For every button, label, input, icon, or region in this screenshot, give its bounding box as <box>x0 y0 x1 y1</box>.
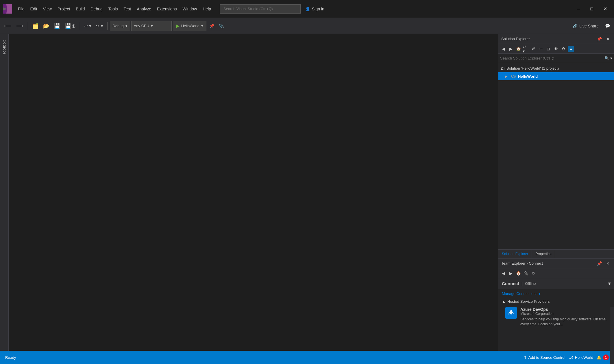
tab-solution-explorer[interactable]: Solution Explorer <box>498 250 532 258</box>
se-show-all-button[interactable]: 👁 <box>553 46 559 52</box>
toolbar: ⟵ ⟶ 🗂️ 📂 💾 💾⊕ ↩ ▾ ↪ ▾ Debug ▾ Any CPU ▾ … <box>0 18 614 34</box>
toolbox-label: Toolbox <box>2 40 6 55</box>
undo-button[interactable]: ↩ ▾ <box>82 21 93 31</box>
vs-logo-icon <box>2 4 13 14</box>
se-undo-button[interactable]: ↩ <box>538 46 544 52</box>
toolbar-separator-3 <box>107 22 108 30</box>
minimize-button[interactable]: ─ <box>572 0 585 18</box>
menu-test[interactable]: Test <box>121 5 134 12</box>
bell-icon: 🔔 <box>597 355 601 360</box>
menu-analyze[interactable]: Analyze <box>134 5 154 12</box>
branch-icon: ⎇ <box>569 355 573 360</box>
save-all-button[interactable]: 💾⊕ <box>63 21 77 31</box>
save-button[interactable]: 💾 <box>52 21 62 31</box>
editor-area[interactable] <box>9 34 498 351</box>
menu-window[interactable]: Window <box>180 5 200 12</box>
menu-view[interactable]: View <box>40 5 55 12</box>
te-close-button[interactable]: ✕ <box>605 260 611 267</box>
menu-project[interactable]: Project <box>55 5 73 12</box>
se-sync-button[interactable]: ⇄ ▾ <box>523 46 529 52</box>
solution-node[interactable]: 🗂 Solution 'HelloWorld' (1 project) <box>498 64 614 72</box>
se-settings-button[interactable]: ⚙ <box>560 46 567 52</box>
azure-devops-text: Azure DevOps Microsoft Corporation Servi… <box>520 307 611 327</box>
connect-header: Connect | Offline ▾ <box>498 278 614 289</box>
ready-status: Ready <box>3 351 18 364</box>
menu-edit[interactable]: Edit <box>27 5 40 12</box>
feedback-button[interactable]: 💬 <box>603 21 612 31</box>
notification-button[interactable]: 🔔 1 <box>595 354 611 360</box>
se-active-button[interactable]: ≡ <box>568 46 574 52</box>
redo-button[interactable]: ↪ ▾ <box>94 21 105 31</box>
menu-help[interactable]: Help <box>200 5 214 12</box>
te-refresh-button[interactable]: ↺ <box>530 270 537 276</box>
project-node[interactable]: ▶ C# HelloWorld <box>498 72 614 80</box>
te-pin-button[interactable]: 📌 <box>596 260 602 267</box>
search-options-icon[interactable]: ▾ <box>610 56 612 60</box>
main-area: Toolbox Solution Explorer 📌 ✕ ◀ ▶ 🏠 ⇄ ▾ … <box>0 34 614 351</box>
se-home-button[interactable]: 🏠 <box>515 46 521 52</box>
manage-dropdown-icon: ▾ <box>539 291 541 296</box>
play-icon: ▶ <box>176 23 180 29</box>
solution-icon: 🗂 <box>501 66 505 70</box>
pin-button[interactable]: 📌 <box>596 36 602 42</box>
azure-devops-icon <box>505 307 517 319</box>
back-button[interactable]: ⟵ <box>2 21 13 31</box>
run-dropdown-arrow-icon: ▾ <box>201 24 203 28</box>
maximize-button[interactable]: □ <box>585 0 598 18</box>
live-share-icon: 🔗 <box>573 24 578 28</box>
panel-tabs: Solution Explorer Properties <box>498 249 614 258</box>
te-forward-button[interactable]: ▶ <box>508 270 514 276</box>
connect-dropdown-icon[interactable]: ▾ <box>608 281 611 286</box>
search-input[interactable] <box>220 4 301 14</box>
te-home-button[interactable]: 🏠 <box>515 270 521 276</box>
live-share-button[interactable]: 🔗 Live Share <box>569 21 602 31</box>
right-panel: Solution Explorer 📌 ✕ ◀ ▶ 🏠 ⇄ ▾ ↺ ↩ ⊟ 👁 … <box>498 34 614 351</box>
close-button[interactable]: ✕ <box>598 0 612 18</box>
solution-explorer-search-input[interactable] <box>500 56 603 60</box>
menu-build[interactable]: Build <box>73 5 88 12</box>
status-right: ⬆ Add to Source Control ⎇ HelloWorld 🔔 1 <box>522 354 611 360</box>
te-manage-button[interactable]: 🔌 <box>523 270 529 276</box>
platform-dropdown[interactable]: Any CPU ▾ <box>131 21 172 31</box>
forward-button[interactable]: ⟶ <box>14 21 25 31</box>
hosted-section-header[interactable]: ▲ Hosted Service Providers <box>498 298 614 305</box>
nav-file-button[interactable]: 🗂️ <box>30 21 40 31</box>
status-bar: Ready ⬆ Add to Source Control ⎇ HelloWor… <box>0 351 614 364</box>
menu-tools[interactable]: Tools <box>106 5 121 12</box>
connect-label: Connect <box>502 281 519 286</box>
search-icon: 🔍 <box>604 56 609 60</box>
menu-debug[interactable]: Debug <box>88 5 106 12</box>
offline-badge: Offline <box>525 281 536 286</box>
team-explorer-panel: Team Explorer - Connect 📌 ✕ ◀ ▶ 🏠 🔌 ↺ Co… <box>498 258 614 351</box>
open-file-button[interactable]: 📂 <box>41 21 51 31</box>
toolbar-separator-2 <box>80 22 80 30</box>
menu-file[interactable]: File <box>15 5 27 12</box>
scrollbar[interactable] <box>610 307 614 364</box>
te-back-button[interactable]: ◀ <box>500 270 506 276</box>
manage-connections-button[interactable]: Manage Connections ▾ <box>498 289 614 298</box>
se-refresh-button[interactable]: ↺ <box>530 46 537 52</box>
project-icon: C# <box>511 74 516 79</box>
expand-icon[interactable]: ▶ <box>505 75 509 78</box>
attach-dropdown-button[interactable]: 📎 <box>217 21 225 31</box>
se-collapse-button[interactable]: ⊟ <box>545 46 552 52</box>
source-control-icon: ⬆ <box>524 355 527 360</box>
se-forward-button[interactable]: ▶ <box>508 46 514 52</box>
sign-in-button[interactable]: 👤 Sign in <box>305 7 324 11</box>
run-button[interactable]: ▶ HelloWorld ▾ <box>173 21 206 31</box>
se-back-button[interactable]: ◀ <box>500 46 506 52</box>
error-badge: 1 <box>603 354 609 360</box>
tab-properties[interactable]: Properties <box>532 250 555 258</box>
connect-separator: | <box>521 281 523 286</box>
toolbox-panel[interactable]: Toolbox <box>0 34 9 351</box>
person-icon: 👤 <box>305 7 310 11</box>
source-control-button[interactable]: ⬆ Add to Source Control <box>522 355 567 360</box>
azure-devops-item[interactable]: Azure DevOps Microsoft Corporation Servi… <box>498 305 614 329</box>
window-controls: ─ □ ✕ <box>572 0 612 18</box>
hello-world-status[interactable]: ⎇ HelloWorld <box>567 355 595 360</box>
debug-config-dropdown[interactable]: Debug ▾ <box>110 21 130 31</box>
menu-extensions[interactable]: Extensions <box>154 5 180 12</box>
solution-explorer-title: Solution Explorer <box>501 37 594 41</box>
close-panel-button[interactable]: ✕ <box>605 36 611 42</box>
attach-button[interactable]: 📌 <box>208 21 216 31</box>
